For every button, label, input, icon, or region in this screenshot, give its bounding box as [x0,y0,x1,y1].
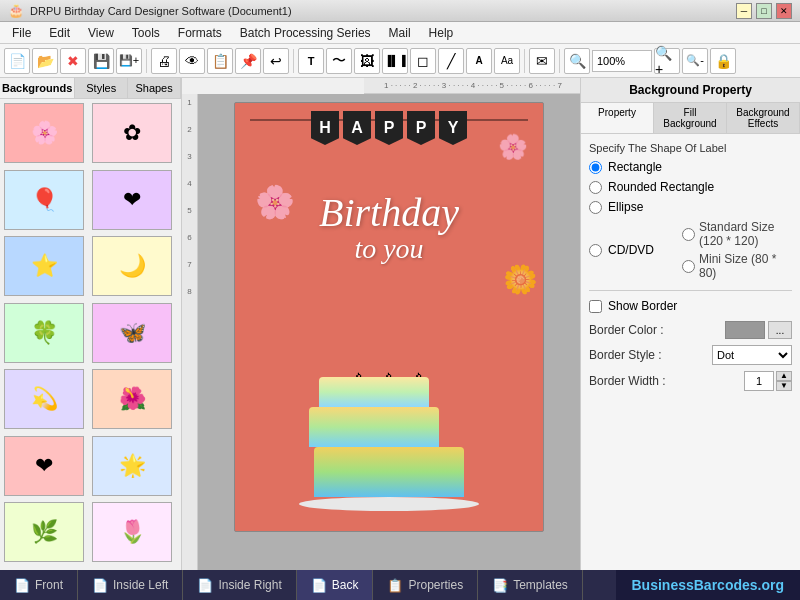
menu-item-mail[interactable]: Mail [381,24,419,42]
maximize-button[interactable]: □ [756,3,772,19]
title-bar-controls: ─ □ ✕ [736,3,792,19]
bottom-tab-inside-right[interactable]: 📄Inside Right [183,570,296,600]
cd-mini-row[interactable]: Mini Size (80 * 80) [682,252,792,280]
show-border-label: Show Border [608,299,677,313]
thumbnail-2[interactable]: ✿ [92,103,172,163]
shape-rect-row[interactable]: Rectangle [589,160,792,174]
show-border-checkbox[interactable] [589,300,602,313]
select-button[interactable]: A [466,48,492,74]
shape-rounded-radio[interactable] [589,181,602,194]
tab-label-templates: Templates [513,578,568,592]
cake-area: 🕯 🕯 🕯 [299,371,479,511]
undo-button[interactable]: ↩ [263,48,289,74]
menu-item-edit[interactable]: Edit [41,24,78,42]
thumbnail-10[interactable]: 🌺 [92,369,172,429]
right-panel: Background Property PropertyFill Backgro… [580,78,800,570]
bottom-tab-templates[interactable]: 📑Templates [478,570,583,600]
right-tab-property[interactable]: Property [581,103,654,133]
right-panel-header: Background Property [581,78,800,103]
tab-icon-front: 📄 [14,578,30,593]
card-canvas: 🌸 🌼 🌸 H A P P Y Birt [234,102,544,532]
preview-button[interactable]: 👁 [179,48,205,74]
save-as-button[interactable]: 💾+ [116,48,142,74]
right-tab-background-effects[interactable]: Background Effects [727,103,800,133]
bottom-tab-inside-left[interactable]: 📄Inside Left [78,570,183,600]
email-button[interactable]: ✉ [529,48,555,74]
shape-rounded-row[interactable]: Rounded Rectangle [589,180,792,194]
shape-cddvd-label: CD/DVD [608,243,654,257]
thumbnail-11[interactable]: ❤ [4,436,84,496]
thumbnail-3[interactable]: 🎈 [4,170,84,230]
bottom-tab-properties[interactable]: 📋Properties [373,570,478,600]
thumbnail-7[interactable]: 🍀 [4,303,84,363]
shape-cddvd-radio[interactable] [589,244,602,257]
shape-ellipse-row[interactable]: Ellipse [589,200,792,214]
shape-cddvd-row[interactable]: CD/DVD [589,220,654,280]
cd-options: Standard Size (120 * 120) Mini Size (80 … [682,220,792,280]
zoom-in-icon[interactable]: 🔍 [564,48,590,74]
thumbnail-1[interactable]: 🌸 [4,103,84,163]
zoom-out-button[interactable]: 🔍- [682,48,708,74]
menu-item-formats[interactable]: Formats [170,24,230,42]
copy-button[interactable]: 📋 [207,48,233,74]
panel-tabs: BackgroundsStylesShapes [0,78,181,99]
thumbnail-9[interactable]: 💫 [4,369,84,429]
right-tab-fill-background[interactable]: Fill Background [654,103,727,133]
cd-standard-label: Standard Size (120 * 120) [699,220,792,248]
birthday-text: Birthday [235,193,543,233]
panel-tab-styles[interactable]: Styles [75,78,128,98]
bottom-tab-back[interactable]: 📄Back [297,570,374,600]
border-color-picker-button[interactable]: ... [768,321,792,339]
border-color-label: Border Color : [589,323,664,337]
lock-button[interactable]: 🔒 [710,48,736,74]
text-button[interactable]: T [298,48,324,74]
minimize-button[interactable]: ─ [736,3,752,19]
spinner-down-button[interactable]: ▼ [776,381,792,391]
thumbnail-5[interactable]: ⭐ [4,236,84,296]
thumbnail-6[interactable]: 🌙 [92,236,172,296]
zoom-level[interactable]: 100% [592,50,652,72]
divider1 [589,290,792,291]
close-button[interactable]: ✕ [776,3,792,19]
menu-item-view[interactable]: View [80,24,122,42]
bottom-tab-front[interactable]: 📄Front [0,570,78,600]
line-button[interactable]: ╱ [438,48,464,74]
cd-standard-radio[interactable] [682,228,695,241]
curve-button[interactable]: 〜 [326,48,352,74]
to-you-text: to you [235,233,543,265]
image-button[interactable]: 🖼 [354,48,380,74]
zoom-in-button[interactable]: 🔍+ [654,48,680,74]
menu-item-file[interactable]: File [4,24,39,42]
save-button[interactable]: 💾 [88,48,114,74]
show-border-row[interactable]: Show Border [589,299,792,313]
new-button[interactable]: 📄 [4,48,30,74]
barcode-button[interactable]: ▐▌▐ [382,48,408,74]
panel-tab-shapes[interactable]: Shapes [128,78,181,98]
border-style-select[interactable]: Dot Dash Solid DashDot [712,345,792,365]
font-button[interactable]: Aa [494,48,520,74]
cd-mini-radio[interactable] [682,260,695,273]
border-width-input[interactable] [744,371,774,391]
shape-ellipse-radio[interactable] [589,201,602,214]
open-button[interactable]: 📂 [32,48,58,74]
tab-icon-inside-right: 📄 [197,578,213,593]
menu-item-tools[interactable]: Tools [124,24,168,42]
border-color-swatch[interactable] [725,321,765,339]
panel-tab-backgrounds[interactable]: Backgrounds [0,78,75,98]
separator3 [524,49,525,73]
shape-button[interactable]: ◻ [410,48,436,74]
shape-rect-radio[interactable] [589,161,602,174]
thumbnail-4[interactable]: ❤ [92,170,172,230]
close-file-button[interactable]: ✖ [60,48,86,74]
thumbnail-8[interactable]: 🦋 [92,303,172,363]
thumbnail-12[interactable]: 🌟 [92,436,172,496]
thumbnail-13[interactable]: 🌿 [4,502,84,562]
paste-button[interactable]: 📌 [235,48,261,74]
shape-rounded-label: Rounded Rectangle [608,180,714,194]
cd-standard-row[interactable]: Standard Size (120 * 120) [682,220,792,248]
menu-item-help[interactable]: Help [421,24,462,42]
menu-item-batch-processing-series[interactable]: Batch Processing Series [232,24,379,42]
thumbnail-14[interactable]: 🌷 [92,502,172,562]
print-button[interactable]: 🖨 [151,48,177,74]
spinner-up-button[interactable]: ▲ [776,371,792,381]
